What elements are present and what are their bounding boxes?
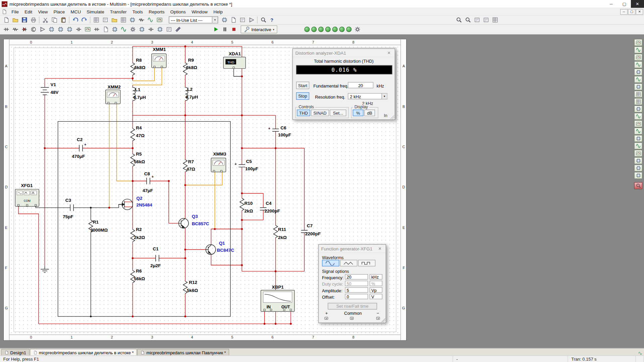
plus-terminal[interactable] [324, 317, 328, 320]
dialog-title-bar[interactable]: Function generator-XFG1 ✕ [319, 245, 386, 253]
place-connector-button[interactable] [146, 25, 155, 33]
grapher-button[interactable] [146, 16, 155, 24]
place-basic-button[interactable] [11, 25, 20, 33]
capture-screen-area-button[interactable] [238, 16, 247, 24]
iv-analyzer-button[interactable] [634, 113, 642, 120]
place-advanced-peripherals-button[interactable] [110, 25, 119, 33]
resolution-freq-combo[interactable]: 2 kHz ▾ [348, 93, 387, 99]
power-probe-button[interactable] [318, 27, 324, 32]
resize-grip[interactable] [390, 115, 394, 119]
place-power-button[interactable] [92, 25, 101, 33]
amplitude-input[interactable]: 5 [345, 287, 368, 293]
digital-probe-button[interactable] [332, 27, 338, 32]
resize-grip[interactable] [381, 318, 385, 322]
labview-instrument-button[interactable] [634, 172, 642, 179]
menu-mcu[interactable]: MCU [68, 9, 84, 14]
breadboard-view-button[interactable] [247, 16, 256, 24]
place-mcu-button[interactable] [155, 25, 164, 33]
place-misc-button[interactable] [101, 25, 110, 33]
square-wave-button[interactable] [358, 260, 375, 266]
menu-edit[interactable]: Edit [22, 9, 35, 14]
menu-place[interactable]: Place [51, 9, 68, 14]
differential-probe-button[interactable] [325, 27, 331, 32]
percent-display-button[interactable]: % [353, 110, 364, 116]
electrical-rules-check-button[interactable] [229, 16, 238, 24]
paste-button[interactable] [59, 16, 68, 24]
menu-simulate[interactable]: Simulate [84, 9, 107, 14]
find-button[interactable] [259, 16, 268, 24]
multimeter-button[interactable] [634, 39, 642, 46]
place-electromech-button[interactable] [128, 25, 137, 33]
copy-button[interactable] [50, 16, 59, 24]
measurement-probe-button[interactable] [634, 182, 642, 189]
place-transistor-button[interactable] [29, 25, 38, 33]
toggle-grid-button[interactable] [92, 16, 101, 24]
minus-terminal[interactable] [376, 317, 380, 320]
postprocessor-button[interactable] [155, 16, 164, 24]
toggle-page-bounds-button[interactable] [101, 16, 110, 24]
undo-button[interactable] [71, 16, 80, 24]
new-button[interactable] [2, 16, 11, 24]
mdi-restore-button[interactable]: ▢ [628, 9, 635, 14]
zoom-fit-button[interactable] [481, 16, 490, 24]
sinad-mode-button[interactable]: SINAD [311, 110, 329, 116]
triangle-wave-button[interactable] [340, 260, 357, 266]
agilent-oscilloscope-button[interactable] [634, 157, 642, 164]
place-diode-button[interactable] [20, 25, 29, 33]
spreadsheet-view-button[interactable] [119, 16, 128, 24]
tab-list-icon[interactable] [638, 351, 642, 355]
frequency-unit[interactable]: kHz [370, 274, 382, 280]
chevron-down-icon[interactable]: ▾ [212, 17, 218, 23]
place-misc-digital-button[interactable] [65, 25, 74, 33]
bode-plotter-button[interactable] [634, 76, 642, 83]
maximize-button[interactable]: ▢ [618, 0, 631, 8]
spectrum-analyzer-button[interactable] [634, 128, 642, 135]
transfer-to-pcb-button[interactable] [220, 16, 229, 24]
menu-tools[interactable]: Tools [129, 9, 146, 14]
close-icon[interactable]: ✕ [386, 51, 392, 55]
tab-pavlunchik[interactable]: micpreobrimpedans шиклаи Павлунчик * [137, 349, 229, 356]
stop-button[interactable]: Stop [296, 93, 309, 100]
probe-settings-button[interactable] [353, 25, 362, 33]
sine-wave-button[interactable] [322, 260, 339, 266]
menu-view[interactable]: View [35, 9, 51, 14]
interactive-simulation-button[interactable]: Interactive ▾ [241, 25, 277, 33]
mdi-minimize-button[interactable]: ─ [620, 9, 628, 14]
close-icon[interactable]: ✕ [377, 246, 383, 251]
help-button[interactable]: ? [268, 16, 276, 24]
tab-delitel-v-istoke[interactable]: micpreobrimpedans шиклаи делитель в исто… [30, 349, 137, 356]
logic-analyzer-button[interactable] [634, 98, 642, 105]
menu-reports[interactable]: Reports [146, 9, 167, 14]
voltage-probe-button[interactable] [304, 27, 310, 32]
place-bus-button[interactable] [173, 25, 182, 33]
menu-help[interactable]: Help [211, 9, 226, 14]
place-cmos-button[interactable] [56, 25, 65, 33]
reference-probe-button[interactable] [339, 27, 344, 32]
save-button[interactable] [20, 16, 29, 24]
function-generator-button[interactable] [634, 46, 642, 53]
frequency-counter-button[interactable] [634, 83, 642, 90]
place-source-button[interactable] [2, 25, 11, 33]
current-probe-button[interactable] [311, 27, 317, 32]
probe-button[interactable] [346, 27, 352, 32]
stop-simulation-button[interactable] [229, 25, 238, 33]
thd-mode-button[interactable]: THD [297, 110, 310, 116]
print-button[interactable] [29, 16, 38, 24]
fullscreen-button[interactable] [490, 16, 499, 24]
pause-simulation-button[interactable] [220, 25, 229, 33]
offset-input[interactable]: 0 [345, 294, 368, 299]
zoom-area-button[interactable] [472, 16, 481, 24]
menu-options[interactable]: Options [167, 9, 189, 14]
menu-window[interactable]: Window [189, 9, 211, 14]
tab-design1[interactable]: Design1 [1, 349, 30, 356]
offset-unit[interactable]: V [370, 294, 382, 299]
place-rf-button[interactable] [119, 25, 128, 33]
open-button[interactable] [11, 16, 20, 24]
distortion-analyzer-button[interactable] [634, 120, 642, 127]
oscilloscope-button[interactable] [634, 61, 642, 68]
component-wizard-button[interactable] [137, 16, 146, 24]
place-mixed-button[interactable] [74, 25, 83, 33]
chevron-down-icon[interactable]: ▾ [382, 94, 387, 99]
network-analyzer-button[interactable] [634, 135, 642, 142]
run-simulation-button[interactable] [211, 25, 220, 33]
